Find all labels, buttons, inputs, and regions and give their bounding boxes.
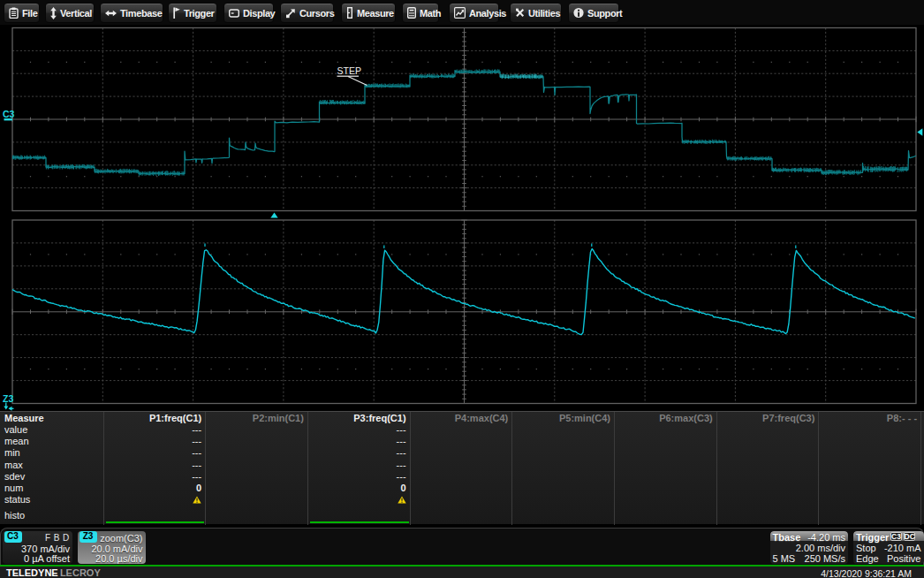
svg-text:STEP: STEP — [337, 65, 361, 76]
svg-text:C3: C3 — [3, 109, 15, 119]
svg-text:Z3: Z3 — [3, 393, 13, 404]
